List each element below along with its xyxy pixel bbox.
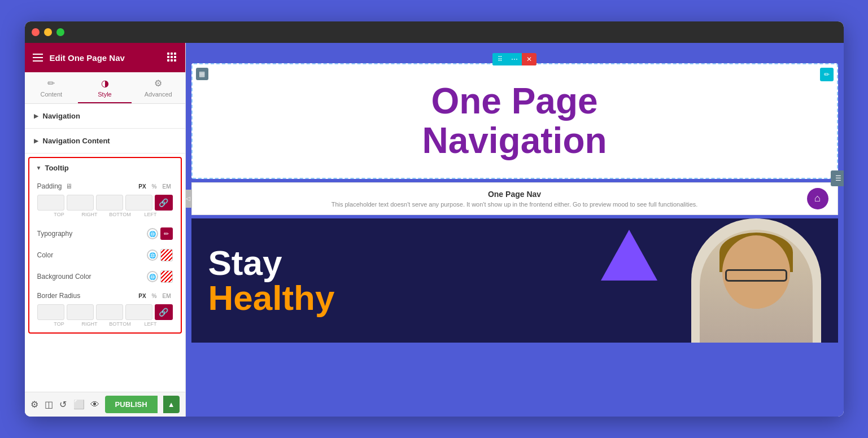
typography-globe-icon[interactable]: 🌐: [147, 228, 158, 239]
settings-bottom-icon[interactable]: ⚙: [30, 397, 39, 413]
widget-drag-btn[interactable]: ⋯: [507, 53, 522, 65]
color-field-row: Color 🌐: [29, 244, 181, 266]
right-side-icon[interactable]: ☰: [831, 170, 844, 186]
br-right-input[interactable]: [67, 304, 94, 320]
br-bottom-input[interactable]: [96, 304, 123, 320]
br-left-label: LEFT: [137, 321, 165, 327]
panel-title: Edit One Page Nav: [50, 53, 160, 63]
widget-toolbar: ⠿ ⋯ ✕: [492, 53, 536, 65]
bg-color-controls: 🌐: [147, 270, 173, 283]
background-color-label: Background Color: [37, 273, 91, 281]
bg-color-slash-btn[interactable]: [160, 270, 173, 283]
advanced-icon: ⚙: [154, 78, 162, 89]
padding-label-group: Padding 🖥: [37, 182, 72, 190]
padding-inputs-group: 🔗 TOP RIGHT BOTTOM LEFT: [29, 195, 181, 223]
navigation-content-chevron: ▶: [34, 138, 38, 144]
history-icon[interactable]: ↺: [59, 397, 67, 413]
monitor-icon: 🖥: [66, 182, 72, 190]
unit-em-btn[interactable]: EM: [161, 183, 173, 190]
bottom-label: BOTTOM: [106, 212, 134, 217]
padding-left-input[interactable]: [125, 195, 152, 211]
padding-field-row: Padding 🖥 PX % EM: [29, 178, 181, 195]
content-icon: ✏: [47, 78, 55, 89]
background-color-field-row: Background Color 🌐: [29, 266, 181, 287]
minimize-button[interactable]: [44, 28, 52, 36]
br-top-label: TOP: [45, 321, 73, 327]
br-top-input[interactable]: [37, 304, 64, 320]
padding-label: Padding: [37, 182, 62, 190]
navigation-label: Navigation: [43, 112, 80, 120]
padding-top-input[interactable]: [37, 195, 64, 211]
titlebar: [25, 21, 844, 43]
hamburger-icon[interactable]: [33, 54, 43, 62]
tab-advanced-label: Advanced: [145, 91, 172, 98]
panel-header: Edit One Page Nav: [25, 43, 185, 72]
padding-link-btn[interactable]: 🔗: [155, 195, 173, 211]
corner-edit-btn[interactable]: ✏: [820, 68, 834, 81]
navigation-content-header[interactable]: ▶ Navigation Content: [25, 129, 185, 153]
br-left-input[interactable]: [125, 304, 152, 320]
sidebar-toggle[interactable]: ◁: [186, 190, 192, 208]
style-icon: ◑: [101, 78, 109, 89]
right-label: RIGHT: [76, 212, 104, 217]
color-label: Color: [37, 251, 54, 259]
padding-right-input[interactable]: [67, 195, 94, 211]
person-image: [691, 218, 821, 343]
publish-button[interactable]: PUBLISH: [105, 396, 158, 413]
person-face: [722, 235, 790, 309]
tabs-bar: ✏ Content ◑ Style ⚙ Advanced: [25, 72, 185, 104]
home-icon-circle[interactable]: ⌂: [807, 188, 828, 209]
br-unit-px[interactable]: PX: [137, 292, 147, 300]
bg-color-globe-icon[interactable]: 🌐: [147, 271, 158, 282]
maximize-button[interactable]: [56, 28, 64, 36]
tab-advanced[interactable]: ⚙ Advanced: [132, 72, 185, 103]
main-window: Edit One Page Nav ✏ Content ◑ Style: [25, 21, 844, 417]
grid-icon[interactable]: [167, 52, 177, 63]
tooltip-header[interactable]: ▼ Tooltip: [29, 158, 181, 178]
widget-move-btn[interactable]: ⠿: [492, 53, 507, 65]
person-glasses: [725, 269, 787, 282]
widget-top-left-icon[interactable]: ▦: [196, 68, 208, 80]
tooltip-chevron: ▼: [36, 165, 42, 171]
tab-content[interactable]: ✏ Content: [25, 72, 78, 103]
bottom-bar: ⚙ ◫ ↺ ⬜ 👁 PUBLISH ▲: [25, 392, 185, 417]
br-unit-em[interactable]: EM: [161, 292, 173, 300]
layers-icon[interactable]: ◫: [45, 397, 53, 413]
br-right-label: RIGHT: [76, 321, 104, 327]
typography-field-row: Typography 🌐 ✏: [29, 223, 181, 244]
br-unit-pct[interactable]: %: [150, 292, 159, 300]
padding-input-grid: 🔗: [37, 195, 173, 211]
tooltip-label: Tooltip: [45, 164, 68, 172]
border-radius-input-labels: TOP RIGHT BOTTOM LEFT: [37, 320, 173, 328]
color-controls: 🌐: [147, 249, 173, 261]
color-globe-icon[interactable]: 🌐: [147, 249, 158, 261]
border-radius-input-grid: 🔗: [37, 304, 173, 320]
navigation-chevron: ▶: [34, 113, 38, 119]
close-button[interactable]: [32, 28, 40, 36]
publish-arrow-button[interactable]: ▲: [163, 396, 180, 413]
navigation-content-accordion: ▶ Navigation Content: [25, 129, 185, 154]
preview-icon[interactable]: 👁: [90, 397, 99, 413]
unit-pct-btn[interactable]: %: [150, 183, 159, 190]
padding-input-labels: TOP RIGHT BOTTOM LEFT: [37, 211, 173, 218]
color-slash-btn[interactable]: [160, 249, 173, 261]
typography-controls: 🌐 ✏: [147, 227, 173, 240]
widget-close-btn[interactable]: ✕: [522, 53, 536, 65]
border-radius-label-group: Border Radius: [37, 292, 81, 300]
unit-px-btn[interactable]: PX: [137, 183, 147, 190]
hero-stay-text: Stay: [208, 246, 335, 281]
br-link-btn[interactable]: 🔗: [155, 304, 173, 320]
navigation-header[interactable]: ▶ Navigation: [25, 104, 185, 128]
typography-pencil-btn[interactable]: ✏: [160, 227, 173, 240]
tab-style-label: Style: [98, 91, 111, 98]
main-area: Edit One Page Nav ✏ Content ◑ Style: [25, 43, 844, 417]
border-radius-units: PX % EM: [137, 292, 172, 300]
nav-bar: ◁ One Page Nav This placeholder text doe…: [191, 182, 838, 215]
triangle-decoration: [601, 230, 657, 281]
tab-style[interactable]: ◑ Style: [78, 72, 132, 103]
navigation-accordion: ▶ Navigation: [25, 104, 185, 129]
padding-bottom-input[interactable]: [96, 195, 123, 211]
hero-healthy-text: Healthy: [208, 281, 335, 316]
responsive-icon[interactable]: ⬜: [73, 397, 85, 413]
heading-line1: One Page: [204, 81, 826, 121]
